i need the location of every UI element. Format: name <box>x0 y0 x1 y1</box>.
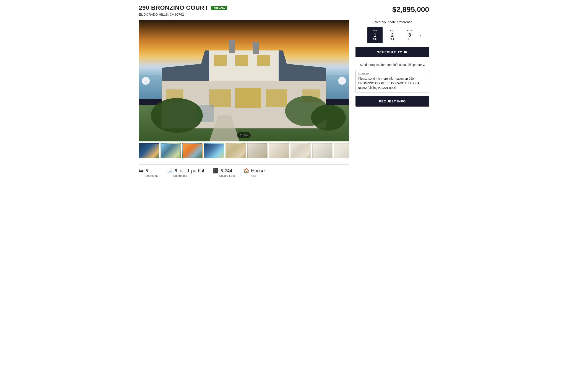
date-sat-num: 2 <box>391 32 394 38</box>
house-icon: 🏠 <box>243 168 249 174</box>
svg-rect-8 <box>257 55 270 66</box>
svg-rect-15 <box>253 42 259 54</box>
right-panel: Select your date preference ‹ FRI 1 JUL … <box>355 20 429 110</box>
schedule-tour-button[interactable]: SCHEDULE TOUR <box>355 47 429 57</box>
bed-icon: 🛏 <box>139 168 144 174</box>
chevron-right-date-icon: › <box>419 33 421 38</box>
thumbnail-4[interactable] <box>204 143 224 158</box>
thumbnail-10[interactable] <box>334 143 349 158</box>
thumbnail-5[interactable] <box>226 143 246 158</box>
thumbnail-3[interactable] <box>182 143 202 158</box>
gallery-prev-button[interactable]: ‹ <box>142 77 150 85</box>
thumbnail-6[interactable] <box>247 143 268 158</box>
property-stats: 🛏 5 Bedrooms 🛁 6 full, 1 partial Bathroo… <box>139 164 349 177</box>
svg-rect-7 <box>235 55 248 66</box>
date-option-sat[interactable]: SAT 2 JUL <box>385 27 400 43</box>
date-prev-button[interactable]: ‹ <box>362 33 367 38</box>
property-address: 290 BRONZINO COURT <box>139 4 208 11</box>
date-sat-name: SAT <box>390 29 395 32</box>
date-sun-name: SUN <box>407 29 412 32</box>
date-preference-title: Select your date preference <box>355 20 429 24</box>
date-next-button[interactable]: › <box>418 33 422 38</box>
date-option-sun[interactable]: SUN 3 JUL <box>402 27 417 43</box>
image-counter: 1 / 64 <box>237 132 251 138</box>
type-value: House <box>251 168 265 174</box>
stat-bathrooms: 🛁 6 full, 1 partial Bathrooms <box>167 168 204 177</box>
bath-icon: 🛁 <box>167 168 173 174</box>
date-fri-num: 1 <box>374 32 376 38</box>
chevron-left-icon: ‹ <box>145 79 146 83</box>
main-content: ‹ › 1 / 64 <box>139 20 429 177</box>
message-label: Message* <box>358 72 426 75</box>
thumbnail-1[interactable] <box>139 143 159 158</box>
request-info-section: Send a request for more info about this … <box>355 63 429 107</box>
stat-sqft: ⬛ 5,244 Square Feet <box>213 168 235 177</box>
svg-rect-14 <box>229 40 235 53</box>
sqft-label: Square Feet <box>219 174 235 177</box>
svg-rect-10 <box>235 88 261 108</box>
request-info-description: Send a request for more info about this … <box>355 63 429 67</box>
svg-rect-11 <box>266 89 287 107</box>
property-city-state: EL DORADO HILLS, CA 95762 <box>139 13 227 16</box>
header-row: 290 BRONZINO COURT FOR SALE EL DORADO HI… <box>139 4 429 16</box>
address-block: 290 BRONZINO COURT FOR SALE EL DORADO HI… <box>139 4 227 16</box>
svg-marker-4 <box>283 63 326 81</box>
bedrooms-label: Bedrooms <box>145 174 158 177</box>
stat-bedrooms: 🛏 5 Bedrooms <box>139 168 158 177</box>
date-option-fri[interactable]: FRI 1 JUL <box>367 27 383 43</box>
message-text[interactable]: Please send me more information on 290 B… <box>358 76 426 90</box>
thumbnail-strip <box>139 143 349 158</box>
sqft-value: 5,244 <box>220 168 232 174</box>
svg-point-17 <box>151 98 203 133</box>
type-label: Type <box>250 174 265 177</box>
property-price: $2,895,000 <box>392 4 429 14</box>
stat-type: 🏠 House Type <box>243 168 265 177</box>
thumbnail-8[interactable] <box>290 143 311 158</box>
bedrooms-value: 5 <box>145 168 148 174</box>
thumbnail-9[interactable] <box>312 143 333 158</box>
main-image-container: ‹ › 1 / 64 <box>139 20 349 141</box>
date-sun-month: JUL <box>407 38 412 41</box>
chevron-right-icon: › <box>341 79 343 83</box>
thumbnail-7[interactable] <box>269 143 289 158</box>
bathrooms-value: 6 full, 1 partial <box>174 168 204 174</box>
thumbnail-2[interactable] <box>160 143 181 158</box>
date-fri-name: FRI <box>373 29 377 32</box>
request-info-button[interactable]: REQUEST INFO <box>355 96 429 107</box>
chevron-left-date-icon: ‹ <box>364 33 365 38</box>
date-fri-month: JUL <box>373 38 377 41</box>
svg-rect-9 <box>209 89 231 107</box>
date-sun-num: 3 <box>408 32 411 38</box>
svg-rect-6 <box>213 55 227 66</box>
date-nav: ‹ FRI 1 JUL SAT 2 JUL SUN 3 <box>355 27 429 43</box>
svg-point-19 <box>311 105 346 131</box>
gallery-next-button[interactable]: › <box>338 77 346 85</box>
sqft-icon: ⬛ <box>213 168 219 174</box>
bathrooms-label: Bathrooms <box>173 174 204 177</box>
svg-marker-3 <box>162 63 205 81</box>
date-options: FRI 1 JUL SAT 2 JUL SUN 3 JUL <box>367 27 417 43</box>
for-sale-badge: FOR SALE <box>211 6 227 10</box>
left-panel: ‹ › 1 / 64 <box>139 20 349 177</box>
message-box: Message* Please send me more information… <box>355 70 429 93</box>
date-sat-month: JUL <box>390 38 395 41</box>
